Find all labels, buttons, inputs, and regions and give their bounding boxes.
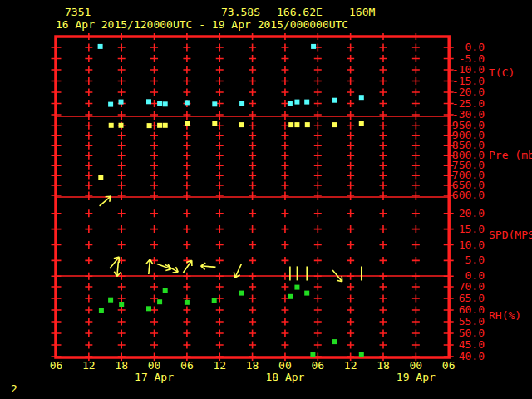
pressure-point (163, 123, 168, 128)
temperature-point (185, 100, 190, 105)
pressure-point (212, 121, 217, 126)
pressure-point (119, 123, 124, 128)
x-date-label: 18 Apr (260, 372, 310, 383)
relative_humidity-point (212, 298, 217, 303)
temperature-point (212, 101, 217, 106)
temperature-point (311, 44, 316, 49)
pressure-point (288, 122, 293, 127)
y-tick-label: 20.0 (450, 208, 485, 219)
temperature-point (119, 100, 124, 105)
temperature-point (359, 95, 364, 100)
pressure-point (109, 123, 114, 128)
x-date-label: 19 Apr (391, 372, 441, 383)
x-tick-label: 12 (78, 360, 100, 372)
x-tick-label: 18 (242, 360, 264, 372)
pressure-point (147, 123, 152, 128)
relative_humidity-point (146, 306, 151, 311)
pressure-point (305, 122, 310, 127)
x-tick-label: 00 (405, 360, 426, 372)
temperature-point (98, 44, 103, 49)
wind-arrow (114, 261, 122, 277)
y-tick-label: 600.0 (450, 190, 485, 201)
x-tick-label: 06 (46, 360, 67, 372)
relative_humidity-point (185, 300, 190, 305)
wind-arrow (200, 263, 216, 271)
temperature-point (163, 101, 168, 106)
temperature-point (332, 98, 337, 103)
relative_humidity-point (119, 302, 124, 307)
relative_humidity-point (304, 291, 309, 296)
y-tick-label: -20.0 (450, 86, 485, 98)
wind-arrow (164, 262, 180, 275)
y-tick-label: 15.0 (450, 224, 485, 235)
page-number: 2 (11, 383, 17, 395)
x-tick-label: 18 (372, 360, 394, 372)
panel-axis-label: RH(%) (489, 310, 521, 322)
y-tick-label: 55.0 (450, 316, 485, 328)
y-tick-label: 70.0 (450, 281, 485, 293)
meteogram-screen: 7351 73.58S 166.62E 160M 16 Apr 2015/120… (0, 0, 532, 399)
x-date-label: 17 Apr (130, 372, 180, 383)
temperature-point (294, 100, 299, 105)
y-tick-label: 65.0 (450, 293, 485, 304)
wind-arrow (145, 259, 154, 275)
x-tick-label: 06 (307, 360, 328, 372)
relative_humidity-point (310, 352, 315, 357)
temperature-point (146, 99, 151, 104)
pressure-point (157, 123, 162, 128)
pressure-point (239, 122, 244, 127)
pressure-point (359, 121, 364, 126)
panel-axis-label: SPD(MPS) (489, 229, 532, 241)
relative_humidity-point (163, 288, 168, 293)
temperature-point (239, 101, 244, 106)
wind-arrow (107, 255, 122, 271)
x-tick-label: 18 (111, 360, 132, 372)
pressure-point (294, 122, 299, 127)
temperature-point (157, 101, 162, 106)
wind-arrow (97, 194, 113, 209)
x-tick-label: 00 (274, 360, 296, 372)
x-tick-label: 12 (340, 360, 362, 372)
panel-axis-label: T(C) (489, 67, 515, 79)
pressure-point (332, 122, 337, 127)
pressure-point (185, 121, 190, 126)
x-tick-label: 00 (144, 360, 165, 372)
relative_humidity-point (359, 352, 364, 357)
relative_humidity-point (332, 339, 337, 344)
temperature-point (288, 101, 293, 106)
relative_humidity-point (99, 308, 104, 313)
pressure-point (98, 175, 103, 180)
temperature-point (304, 100, 309, 105)
x-tick-label: 06 (438, 360, 460, 372)
x-tick-label: 06 (176, 360, 198, 372)
y-tick-label: 45.0 (450, 339, 485, 351)
relative_humidity-point (108, 298, 113, 303)
y-tick-label: 50.0 (450, 328, 485, 339)
relative_humidity-point (294, 285, 299, 290)
y-tick-label: 60.0 (450, 304, 485, 316)
relative_humidity-point (157, 299, 162, 304)
temperature-point (108, 102, 113, 107)
panel-axis-label: Pre (mb) (489, 150, 532, 161)
relative_humidity-point (239, 291, 244, 296)
x-tick-label: 12 (209, 360, 230, 372)
y-tick-label: 5.0 (450, 254, 485, 266)
wind-arrow (156, 261, 173, 273)
y-tick-label: -10.0 (450, 64, 485, 76)
y-tick-label: 10.0 (450, 239, 485, 251)
y-tick-label: 0.0 (450, 42, 485, 53)
relative_humidity-point (288, 294, 293, 299)
